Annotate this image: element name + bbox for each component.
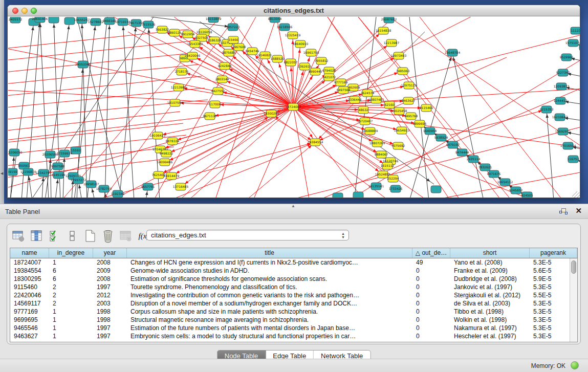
table-cell[interactable]: 0 bbox=[412, 291, 450, 299]
table-cell[interactable]: Investigating the contribution of common… bbox=[127, 291, 412, 299]
table-cell[interactable]: 2 bbox=[49, 283, 93, 291]
table-cell[interactable]: 6 bbox=[49, 267, 93, 275]
table-row[interactable]: 977716911998Corpus callosum shape and si… bbox=[10, 308, 577, 316]
graph-node[interactable]: 16210643 bbox=[552, 114, 568, 121]
graph-node[interactable]: 9495768 bbox=[404, 113, 418, 120]
table-cell[interactable]: 1 bbox=[49, 316, 93, 324]
graph-node[interactable]: 8990445 bbox=[309, 68, 322, 75]
graph-node[interactable]: 8471676 bbox=[487, 170, 501, 178]
table-row[interactable]: 1938455462009Genome-wide association stu… bbox=[10, 267, 577, 275]
new-table-button[interactable] bbox=[83, 229, 97, 243]
graph-node[interactable]: 12325419 bbox=[285, 32, 301, 39]
float-panel-button[interactable] bbox=[559, 208, 568, 215]
table-cell[interactable]: 0 bbox=[412, 299, 450, 308]
table-row[interactable]: 1456911722003Disruption of a novel membe… bbox=[10, 299, 577, 308]
graph-node[interactable]: 924505 bbox=[521, 192, 533, 198]
graph-node[interactable]: 2405572 bbox=[9, 17, 23, 23]
table-cell[interactable]: 1 bbox=[49, 258, 93, 267]
graph-node[interactable]: 1615112 bbox=[381, 162, 395, 169]
table-cell[interactable]: 0 bbox=[412, 324, 450, 332]
table-cell[interactable]: 6 bbox=[49, 275, 93, 283]
graph-node[interactable]: 19106423 bbox=[150, 132, 166, 139]
graph-node[interactable]: 13716485 bbox=[173, 183, 189, 190]
table-cell[interactable]: 2008 bbox=[93, 258, 127, 267]
graph-node[interactable]: 15751074 bbox=[565, 39, 580, 47]
table-cell[interactable]: Structural magnetic resonance image aver… bbox=[127, 316, 412, 324]
column-header-in_degree[interactable]: in_degree bbox=[49, 248, 93, 258]
table-row[interactable]: 1830029562008Estimation of significance … bbox=[10, 275, 577, 283]
graph-node[interactable]: 9860125 bbox=[168, 29, 182, 36]
table-cell[interactable]: 0 bbox=[412, 332, 450, 340]
table-cell[interactable]: Changes of HCN gene expression and I(f) … bbox=[127, 258, 412, 267]
graph-node[interactable]: 20206596 bbox=[42, 151, 58, 158]
table-select-dropdown[interactable]: citations_edges.txt ▲▼ bbox=[146, 230, 349, 240]
graph-node[interactable]: 8878334 bbox=[166, 138, 180, 145]
graph-node[interactable]: 1362615 bbox=[298, 63, 312, 70]
graph-node[interactable]: 9884067 bbox=[375, 151, 388, 158]
graph-node[interactable]: 11123 bbox=[571, 27, 580, 34]
table-cell[interactable]: Corpus callosum shape and size in male p… bbox=[127, 308, 412, 316]
graph-node[interactable]: 18107554 bbox=[167, 99, 183, 106]
graph-node[interactable]: 116753 bbox=[568, 156, 579, 163]
table-scrollbar[interactable] bbox=[570, 258, 577, 342]
graph-node[interactable]: 9777169 bbox=[334, 79, 348, 86]
graph-node[interactable]: 9463627 bbox=[402, 97, 416, 104]
graph-node[interactable]: 10025458 bbox=[391, 107, 407, 115]
graph-node[interactable]: 9899695 bbox=[413, 120, 427, 127]
graph-node[interactable] bbox=[333, 193, 343, 198]
close-panel-button[interactable]: ✕ bbox=[575, 206, 582, 215]
graph-node[interactable]: 7075692 bbox=[391, 142, 405, 149]
graph-node[interactable]: 6822057 bbox=[284, 59, 298, 66]
graph-node[interactable]: 9097588 bbox=[51, 163, 65, 170]
graph-node[interactable]: 2803144 bbox=[215, 76, 229, 83]
graph-node[interactable]: 19654923 bbox=[394, 127, 410, 134]
table-cell[interactable]: 14569117 bbox=[10, 299, 49, 308]
table-cell[interactable]: 22420046 bbox=[10, 291, 49, 299]
table-cell[interactable]: Estimation of significance thresholds fo… bbox=[127, 275, 412, 283]
table-cell[interactable]: Nakamura et al. (1997) bbox=[450, 324, 530, 332]
table-cell[interactable]: 9465546 bbox=[10, 324, 49, 332]
table-cell[interactable]: 2012 bbox=[93, 291, 127, 299]
delete-table-button[interactable] bbox=[101, 229, 115, 243]
table-cell[interactable]: 1 bbox=[49, 324, 93, 332]
column-header-out_de[interactable]: △ out_de… bbox=[412, 248, 450, 258]
column-header-name[interactable]: name bbox=[10, 248, 49, 258]
graph-node[interactable]: 15466 bbox=[228, 36, 238, 43]
table-cell[interactable]: de Silva et al. (2003) bbox=[450, 299, 530, 308]
graph-node[interactable]: 9242848 bbox=[218, 62, 232, 70]
graph-node[interactable] bbox=[49, 17, 59, 23]
graph-node[interactable]: 15692971 bbox=[555, 128, 571, 135]
graph-node[interactable]: 2336448 bbox=[348, 96, 362, 103]
graph-node[interactable]: 1145194 bbox=[52, 171, 66, 179]
table-cell[interactable]: 1998 bbox=[93, 316, 127, 324]
table-cell[interactable]: 2009 bbox=[93, 267, 127, 275]
table-row[interactable]: 1872400712008Changes of HCN gene express… bbox=[10, 258, 577, 267]
table-cell[interactable]: Jankovic et al. (1997) bbox=[450, 283, 530, 291]
column-header-year[interactable]: year bbox=[93, 248, 127, 258]
table-cell[interactable]: Stergiakouli et al. (2012) bbox=[450, 291, 530, 299]
table-cell[interactable]: 18724007 bbox=[10, 258, 49, 267]
graph-node[interactable]: 2967608 bbox=[232, 43, 246, 51]
graph-node[interactable]: 14099486 bbox=[157, 159, 173, 166]
graph-node[interactable]: 12342757 bbox=[36, 169, 52, 177]
table-cell[interactable]: Embryonic stem cells: a model to study s… bbox=[127, 332, 412, 340]
graph-node[interactable]: 39159 bbox=[8, 168, 17, 176]
table-cell[interactable]: 2008 bbox=[93, 275, 127, 283]
graph-node[interactable]: 48632 bbox=[358, 106, 368, 114]
table-row[interactable]: 911546021997Tourette syndrome. Phenomeno… bbox=[10, 283, 577, 291]
graph-node[interactable]: 9498222 bbox=[160, 150, 173, 157]
graph-node[interactable]: 8813054 bbox=[268, 17, 282, 23]
graph-node[interactable]: 16782759 bbox=[96, 185, 112, 192]
table-cell[interactable]: Hescheler et al. (1997) bbox=[450, 332, 530, 340]
table-cell[interactable]: Dudbridge et al. (2008) bbox=[450, 275, 530, 283]
graph-node[interactable]: 29053346 bbox=[75, 61, 91, 68]
column-header-pagerank[interactable]: pagerank bbox=[530, 248, 577, 258]
graph-node[interactable]: 1733426 bbox=[389, 185, 403, 192]
graph-node[interactable]: 9875685 bbox=[222, 49, 236, 56]
graph-node[interactable]: 10654112 bbox=[497, 179, 513, 186]
graph-node[interactable]: 3624574 bbox=[361, 90, 375, 97]
graph-node[interactable]: 5938924 bbox=[434, 134, 448, 141]
collapse-panel-arrow-icon[interactable]: ◀ bbox=[1, 171, 3, 176]
table-cell[interactable]: Estimation of the future numbers of pati… bbox=[127, 324, 412, 332]
graph-node[interactable]: 18807269 bbox=[369, 140, 385, 147]
